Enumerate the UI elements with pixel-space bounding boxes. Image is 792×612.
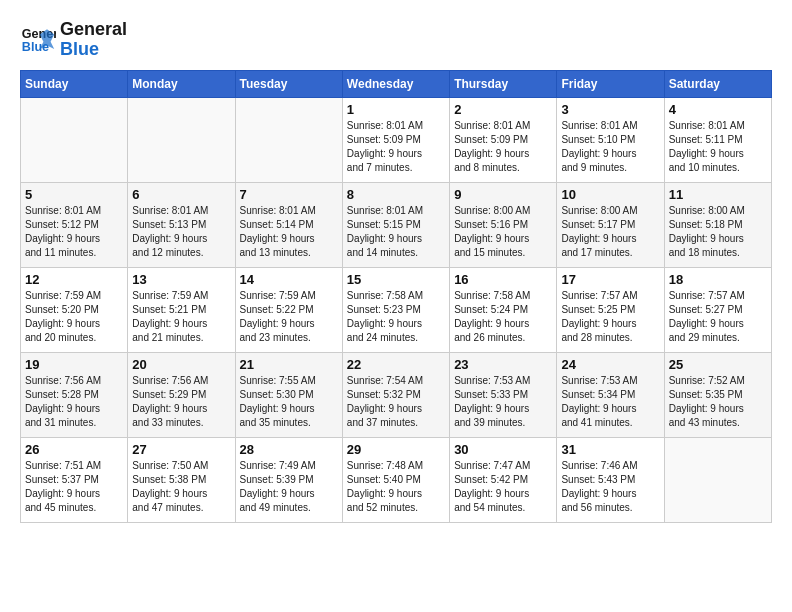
calendar-cell: 4Sunrise: 8:01 AM Sunset: 5:11 PM Daylig… bbox=[664, 97, 771, 182]
day-info: Sunrise: 8:01 AM Sunset: 5:14 PM Dayligh… bbox=[240, 204, 338, 260]
calendar-cell: 20Sunrise: 7:56 AM Sunset: 5:29 PM Dayli… bbox=[128, 352, 235, 437]
day-info: Sunrise: 7:46 AM Sunset: 5:43 PM Dayligh… bbox=[561, 459, 659, 515]
day-number: 19 bbox=[25, 357, 123, 372]
calendar-cell bbox=[235, 97, 342, 182]
day-of-week-header: Monday bbox=[128, 70, 235, 97]
calendar-cell: 2Sunrise: 8:01 AM Sunset: 5:09 PM Daylig… bbox=[450, 97, 557, 182]
calendar-cell bbox=[128, 97, 235, 182]
day-number: 12 bbox=[25, 272, 123, 287]
day-number: 3 bbox=[561, 102, 659, 117]
day-number: 30 bbox=[454, 442, 552, 457]
day-number: 7 bbox=[240, 187, 338, 202]
day-number: 15 bbox=[347, 272, 445, 287]
day-info: Sunrise: 8:00 AM Sunset: 5:16 PM Dayligh… bbox=[454, 204, 552, 260]
day-info: Sunrise: 7:50 AM Sunset: 5:38 PM Dayligh… bbox=[132, 459, 230, 515]
day-number: 21 bbox=[240, 357, 338, 372]
calendar-cell: 24Sunrise: 7:53 AM Sunset: 5:34 PM Dayli… bbox=[557, 352, 664, 437]
day-info: Sunrise: 8:01 AM Sunset: 5:13 PM Dayligh… bbox=[132, 204, 230, 260]
calendar-cell: 28Sunrise: 7:49 AM Sunset: 5:39 PM Dayli… bbox=[235, 437, 342, 522]
day-info: Sunrise: 7:57 AM Sunset: 5:27 PM Dayligh… bbox=[669, 289, 767, 345]
day-number: 25 bbox=[669, 357, 767, 372]
day-info: Sunrise: 7:59 AM Sunset: 5:22 PM Dayligh… bbox=[240, 289, 338, 345]
day-info: Sunrise: 8:00 AM Sunset: 5:18 PM Dayligh… bbox=[669, 204, 767, 260]
day-number: 23 bbox=[454, 357, 552, 372]
calendar-cell: 1Sunrise: 8:01 AM Sunset: 5:09 PM Daylig… bbox=[342, 97, 449, 182]
calendar-cell: 6Sunrise: 8:01 AM Sunset: 5:13 PM Daylig… bbox=[128, 182, 235, 267]
logo-text: General bbox=[60, 20, 127, 40]
day-info: Sunrise: 8:01 AM Sunset: 5:10 PM Dayligh… bbox=[561, 119, 659, 175]
day-number: 4 bbox=[669, 102, 767, 117]
calendar-table: SundayMondayTuesdayWednesdayThursdayFrid… bbox=[20, 70, 772, 523]
day-info: Sunrise: 7:49 AM Sunset: 5:39 PM Dayligh… bbox=[240, 459, 338, 515]
calendar-cell: 25Sunrise: 7:52 AM Sunset: 5:35 PM Dayli… bbox=[664, 352, 771, 437]
day-number: 28 bbox=[240, 442, 338, 457]
day-info: Sunrise: 7:47 AM Sunset: 5:42 PM Dayligh… bbox=[454, 459, 552, 515]
day-number: 22 bbox=[347, 357, 445, 372]
day-number: 5 bbox=[25, 187, 123, 202]
logo: General Blue General Blue bbox=[20, 20, 127, 60]
calendar-cell: 27Sunrise: 7:50 AM Sunset: 5:38 PM Dayli… bbox=[128, 437, 235, 522]
day-number: 1 bbox=[347, 102, 445, 117]
calendar-week-row: 1Sunrise: 8:01 AM Sunset: 5:09 PM Daylig… bbox=[21, 97, 772, 182]
calendar-week-row: 5Sunrise: 8:01 AM Sunset: 5:12 PM Daylig… bbox=[21, 182, 772, 267]
calendar-cell: 21Sunrise: 7:55 AM Sunset: 5:30 PM Dayli… bbox=[235, 352, 342, 437]
day-info: Sunrise: 7:57 AM Sunset: 5:25 PM Dayligh… bbox=[561, 289, 659, 345]
day-info: Sunrise: 7:58 AM Sunset: 5:24 PM Dayligh… bbox=[454, 289, 552, 345]
calendar-cell: 23Sunrise: 7:53 AM Sunset: 5:33 PM Dayli… bbox=[450, 352, 557, 437]
calendar-cell: 9Sunrise: 8:00 AM Sunset: 5:16 PM Daylig… bbox=[450, 182, 557, 267]
day-info: Sunrise: 8:01 AM Sunset: 5:11 PM Dayligh… bbox=[669, 119, 767, 175]
day-number: 8 bbox=[347, 187, 445, 202]
calendar-week-row: 26Sunrise: 7:51 AM Sunset: 5:37 PM Dayli… bbox=[21, 437, 772, 522]
calendar-cell bbox=[21, 97, 128, 182]
calendar-cell: 19Sunrise: 7:56 AM Sunset: 5:28 PM Dayli… bbox=[21, 352, 128, 437]
day-info: Sunrise: 7:59 AM Sunset: 5:20 PM Dayligh… bbox=[25, 289, 123, 345]
calendar-cell: 16Sunrise: 7:58 AM Sunset: 5:24 PM Dayli… bbox=[450, 267, 557, 352]
day-number: 11 bbox=[669, 187, 767, 202]
calendar-cell: 12Sunrise: 7:59 AM Sunset: 5:20 PM Dayli… bbox=[21, 267, 128, 352]
logo-icon: General Blue bbox=[20, 22, 56, 58]
day-info: Sunrise: 7:53 AM Sunset: 5:33 PM Dayligh… bbox=[454, 374, 552, 430]
calendar-cell: 13Sunrise: 7:59 AM Sunset: 5:21 PM Dayli… bbox=[128, 267, 235, 352]
day-number: 16 bbox=[454, 272, 552, 287]
day-number: 29 bbox=[347, 442, 445, 457]
day-number: 14 bbox=[240, 272, 338, 287]
day-of-week-header: Thursday bbox=[450, 70, 557, 97]
day-of-week-header: Sunday bbox=[21, 70, 128, 97]
day-info: Sunrise: 8:00 AM Sunset: 5:17 PM Dayligh… bbox=[561, 204, 659, 260]
day-info: Sunrise: 7:56 AM Sunset: 5:29 PM Dayligh… bbox=[132, 374, 230, 430]
day-info: Sunrise: 7:56 AM Sunset: 5:28 PM Dayligh… bbox=[25, 374, 123, 430]
calendar-cell: 30Sunrise: 7:47 AM Sunset: 5:42 PM Dayli… bbox=[450, 437, 557, 522]
day-number: 27 bbox=[132, 442, 230, 457]
calendar-cell: 11Sunrise: 8:00 AM Sunset: 5:18 PM Dayli… bbox=[664, 182, 771, 267]
day-of-week-header: Wednesday bbox=[342, 70, 449, 97]
day-info: Sunrise: 8:01 AM Sunset: 5:15 PM Dayligh… bbox=[347, 204, 445, 260]
day-of-week-header: Friday bbox=[557, 70, 664, 97]
day-info: Sunrise: 7:48 AM Sunset: 5:40 PM Dayligh… bbox=[347, 459, 445, 515]
calendar-cell: 15Sunrise: 7:58 AM Sunset: 5:23 PM Dayli… bbox=[342, 267, 449, 352]
calendar-cell: 18Sunrise: 7:57 AM Sunset: 5:27 PM Dayli… bbox=[664, 267, 771, 352]
day-number: 17 bbox=[561, 272, 659, 287]
day-number: 18 bbox=[669, 272, 767, 287]
calendar-cell: 22Sunrise: 7:54 AM Sunset: 5:32 PM Dayli… bbox=[342, 352, 449, 437]
logo-subtext: Blue bbox=[60, 40, 127, 60]
day-info: Sunrise: 7:58 AM Sunset: 5:23 PM Dayligh… bbox=[347, 289, 445, 345]
page-header: General Blue General Blue bbox=[20, 20, 772, 60]
day-info: Sunrise: 8:01 AM Sunset: 5:09 PM Dayligh… bbox=[347, 119, 445, 175]
day-number: 24 bbox=[561, 357, 659, 372]
day-info: Sunrise: 8:01 AM Sunset: 5:12 PM Dayligh… bbox=[25, 204, 123, 260]
day-of-week-header: Tuesday bbox=[235, 70, 342, 97]
day-number: 9 bbox=[454, 187, 552, 202]
calendar-week-row: 19Sunrise: 7:56 AM Sunset: 5:28 PM Dayli… bbox=[21, 352, 772, 437]
day-info: Sunrise: 7:53 AM Sunset: 5:34 PM Dayligh… bbox=[561, 374, 659, 430]
calendar-cell: 26Sunrise: 7:51 AM Sunset: 5:37 PM Dayli… bbox=[21, 437, 128, 522]
day-info: Sunrise: 8:01 AM Sunset: 5:09 PM Dayligh… bbox=[454, 119, 552, 175]
day-number: 6 bbox=[132, 187, 230, 202]
calendar-cell: 29Sunrise: 7:48 AM Sunset: 5:40 PM Dayli… bbox=[342, 437, 449, 522]
day-number: 20 bbox=[132, 357, 230, 372]
calendar-cell: 5Sunrise: 8:01 AM Sunset: 5:12 PM Daylig… bbox=[21, 182, 128, 267]
day-info: Sunrise: 7:52 AM Sunset: 5:35 PM Dayligh… bbox=[669, 374, 767, 430]
calendar-cell bbox=[664, 437, 771, 522]
calendar-week-row: 12Sunrise: 7:59 AM Sunset: 5:20 PM Dayli… bbox=[21, 267, 772, 352]
calendar-cell: 10Sunrise: 8:00 AM Sunset: 5:17 PM Dayli… bbox=[557, 182, 664, 267]
calendar-cell: 3Sunrise: 8:01 AM Sunset: 5:10 PM Daylig… bbox=[557, 97, 664, 182]
